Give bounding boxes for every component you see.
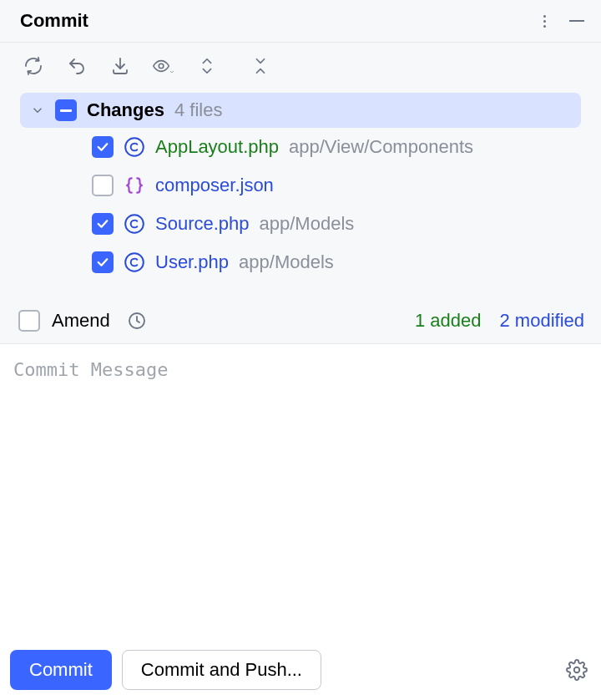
file-checkbox[interactable] — [92, 175, 114, 196]
more-options-button[interactable] — [536, 13, 553, 29]
unfold-icon — [198, 56, 216, 76]
file-row[interactable]: User.phpapp/Models — [20, 243, 581, 282]
commit-button[interactable]: Commit — [10, 650, 112, 690]
php-class-icon — [124, 251, 145, 273]
changes-checkbox-indeterminate[interactable] — [55, 99, 77, 121]
clock-icon — [127, 311, 147, 331]
svg-point-5 — [574, 667, 580, 673]
file-row[interactable]: AppLayout.phpapp/View/Components — [20, 128, 581, 166]
commit-message-input[interactable] — [12, 358, 589, 628]
amend-bar: Amend 1 added 2 modified — [0, 298, 601, 343]
commit-toolbar — [0, 43, 601, 93]
eye-icon — [152, 56, 170, 76]
diff-preview-button[interactable] — [152, 54, 175, 78]
php-class-icon — [124, 213, 145, 235]
svg-point-1 — [125, 138, 144, 156]
gear-icon — [566, 659, 588, 681]
file-name: AppLayout.php — [155, 136, 279, 158]
amend-label: Amend — [52, 310, 110, 332]
stat-modified: 2 modified — [499, 310, 584, 332]
refresh-button[interactable] — [22, 54, 45, 78]
svg-point-2 — [125, 215, 144, 233]
fold-icon — [251, 56, 270, 76]
change-stats: 1 added 2 modified — [415, 310, 584, 332]
download-icon — [110, 56, 130, 76]
file-name: User.php — [155, 251, 229, 273]
amend-checkbox[interactable] — [18, 310, 40, 332]
svg-point-3 — [125, 253, 144, 271]
changes-group-label: Changes — [87, 99, 164, 121]
expand-collapse-button[interactable] — [195, 54, 219, 78]
json-file-icon — [124, 175, 145, 196]
commit-and-push-button[interactable]: Commit and Push... — [122, 650, 321, 690]
file-checkbox[interactable] — [92, 213, 114, 235]
minimize-icon — [569, 20, 584, 22]
panel-header: Commit — [0, 0, 601, 43]
header-actions — [536, 13, 584, 29]
rollback-button[interactable] — [65, 54, 88, 78]
collapse-all-button[interactable] — [249, 54, 272, 78]
more-vertical-icon — [536, 13, 553, 29]
chevron-down-icon — [30, 103, 45, 118]
file-path: app/Models — [260, 213, 355, 235]
file-name: composer.json — [155, 175, 274, 196]
undo-icon — [67, 56, 87, 76]
changes-tree: Changes 4 files AppLayout.phpapp/View/Co… — [0, 93, 601, 298]
shelve-button[interactable] — [109, 54, 132, 78]
minimize-button[interactable] — [569, 20, 584, 22]
file-row[interactable]: composer.json — [20, 166, 581, 205]
history-button[interactable] — [127, 311, 147, 331]
panel-title: Commit — [20, 10, 88, 32]
file-name: Source.php — [155, 213, 250, 235]
chevron-down-icon — [169, 68, 175, 76]
stat-added: 1 added — [415, 310, 482, 332]
file-checkbox[interactable] — [92, 136, 114, 158]
svg-point-0 — [159, 63, 164, 68]
settings-button[interactable] — [566, 659, 588, 681]
file-path: app/View/Components — [289, 136, 473, 158]
file-row[interactable]: Source.phpapp/Models — [20, 205, 581, 243]
commit-footer: Commit Commit and Push... — [0, 642, 601, 700]
commit-message-area — [0, 343, 601, 642]
changes-file-count: 4 files — [174, 99, 222, 121]
php-class-icon — [124, 136, 145, 158]
changes-group-row[interactable]: Changes 4 files — [20, 93, 581, 128]
refresh-icon — [23, 56, 43, 76]
file-path: app/Models — [239, 251, 334, 273]
file-checkbox[interactable] — [92, 251, 114, 273]
